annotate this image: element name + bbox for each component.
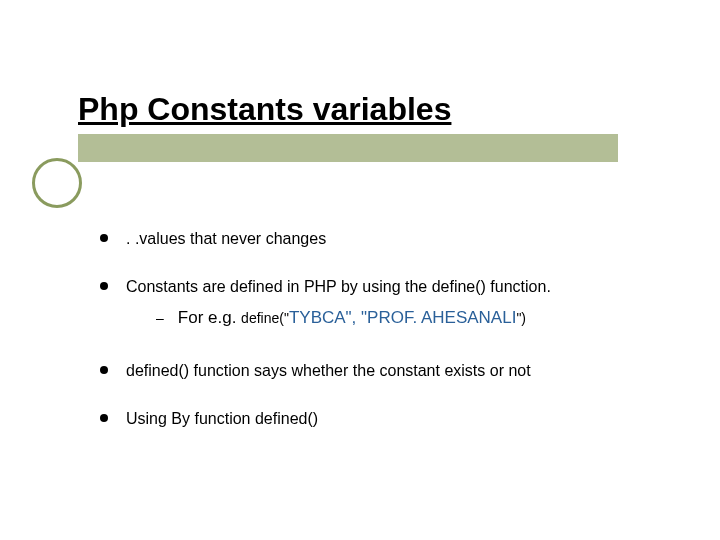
slide-title: Php Constants variables bbox=[78, 91, 451, 127]
dash-icon: – bbox=[156, 309, 164, 328]
sub-prefix: For e.g. bbox=[178, 308, 241, 327]
bullet-icon bbox=[100, 234, 108, 242]
sub-bullet-text: For e.g. define("TYBCA", "PROF. AHESANAL… bbox=[178, 307, 660, 330]
bullet-text: defined() function says whether the cons… bbox=[126, 360, 660, 382]
bullet-text: Using By function defined() bbox=[126, 408, 660, 430]
body-content: . .values that never changes Constants a… bbox=[100, 228, 660, 429]
title-block: Php Constants variables bbox=[78, 92, 638, 127]
define-open: define( bbox=[241, 310, 284, 326]
slide: Php Constants variables . .values that n… bbox=[0, 0, 720, 540]
list-item: Using By function defined() bbox=[100, 408, 660, 430]
sub-list-item: – For e.g. define("TYBCA", "PROF. AHESAN… bbox=[156, 307, 660, 330]
define-close: ) bbox=[521, 310, 526, 326]
accent-circle-icon bbox=[32, 158, 82, 208]
title-underline-bar bbox=[78, 134, 618, 162]
list-item: . .values that never changes bbox=[100, 228, 660, 250]
bullet-icon bbox=[100, 414, 108, 422]
list-item: Constants are defined in PHP by using th… bbox=[100, 276, 660, 331]
bullet-line: Constants are defined in PHP by using th… bbox=[126, 278, 551, 295]
define-args: TYBCA", "PROF. AHESANALI bbox=[289, 308, 516, 327]
bullet-icon bbox=[100, 282, 108, 290]
list-item: defined() function says whether the cons… bbox=[100, 360, 660, 382]
bullet-text: Constants are defined in PHP by using th… bbox=[126, 276, 660, 331]
bullet-icon bbox=[100, 366, 108, 374]
bullet-text: . .values that never changes bbox=[126, 228, 660, 250]
